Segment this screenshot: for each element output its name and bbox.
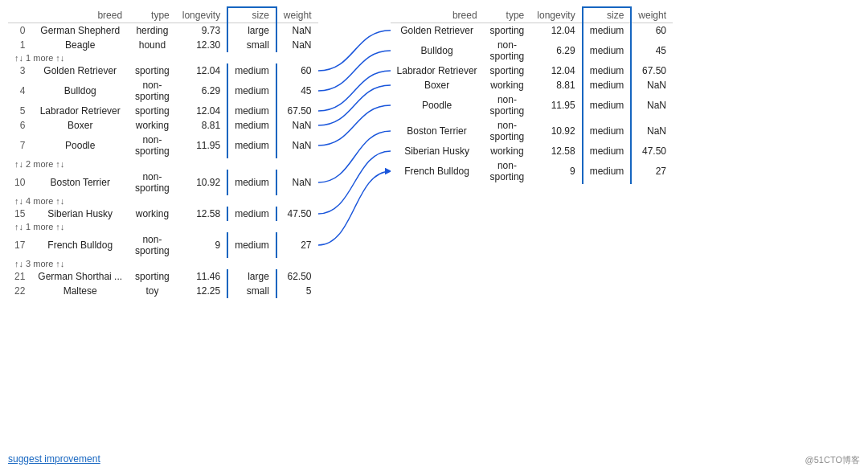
right-type-cell: non-sporting: [484, 118, 531, 144]
breed-cell: Siberian Husky: [31, 207, 129, 221]
size-cell: medium: [227, 118, 276, 133]
right-table: breed type longevity size weight Golden …: [391, 6, 674, 184]
right-weight-cell: 67.50: [631, 63, 673, 78]
size-cell: medium: [227, 133, 276, 158]
right-size-cell: medium: [583, 63, 632, 78]
more-rows-indicator: ↑↓ 2 more ↑↓: [8, 158, 318, 170]
right-header-longevity: longevity: [530, 7, 582, 23]
weight-cell: 27: [276, 232, 318, 258]
right-size-cell: medium: [583, 38, 632, 63]
right-type-cell: non-sporting: [484, 92, 531, 118]
suggest-improvement-link[interactable]: suggest improvement: [8, 453, 100, 465]
right-header-type: type: [484, 7, 531, 23]
type-cell: non-sporting: [129, 170, 176, 195]
weight-cell: NaN: [276, 38, 318, 52]
left-header-breed: breed: [31, 7, 129, 23]
weight-cell: 5: [276, 284, 318, 298]
right-breed-cell: Labrador Retriever: [391, 63, 484, 78]
size-cell: medium: [227, 207, 276, 221]
right-header-weight: weight: [631, 7, 673, 23]
left-table-panel: breed type longevity size weight 0German…: [8, 6, 318, 426]
weight-cell: 45: [276, 78, 318, 104]
right-breed-cell: Poodle: [391, 92, 484, 118]
longevity-cell: 10.92: [176, 170, 227, 195]
right-weight-cell: 27: [631, 158, 673, 184]
size-cell: medium: [227, 104, 276, 118]
weight-cell: NaN: [276, 133, 318, 158]
breed-cell: Bulldog: [31, 78, 129, 104]
right-type-cell: non-sporting: [484, 38, 531, 63]
longevity-cell: 12.58: [176, 207, 227, 221]
right-breed-cell: Siberian Husky: [391, 144, 484, 158]
left-header-type: type: [129, 7, 176, 23]
row-index: 21: [8, 269, 31, 284]
row-index: 22: [8, 284, 31, 298]
row-index: 15: [8, 207, 31, 221]
size-cell: medium: [227, 63, 276, 78]
row-index: 3: [8, 63, 31, 78]
longevity-cell: 6.29: [176, 78, 227, 104]
breed-cell: French Bulldog: [31, 232, 129, 258]
right-weight-cell: 47.50: [631, 144, 673, 158]
right-longevity-cell: 12.04: [530, 23, 582, 39]
right-breed-cell: Bulldog: [391, 38, 484, 63]
weight-cell: 67.50: [276, 104, 318, 118]
breed-cell: Poodle: [31, 133, 129, 158]
row-index: 7: [8, 133, 31, 158]
breed-cell: Labrador Retriever: [31, 104, 129, 118]
breed-cell: Maltese: [31, 284, 129, 298]
right-type-cell: working: [484, 78, 531, 92]
size-cell: small: [227, 38, 276, 52]
type-cell: non-sporting: [129, 232, 176, 258]
row-index: 10: [8, 170, 31, 195]
right-breed-cell: Golden Retriever: [391, 23, 484, 39]
size-cell: large: [227, 269, 276, 284]
right-type-cell: sporting: [484, 23, 531, 39]
size-cell: medium: [227, 232, 276, 258]
right-breed-cell: French Bulldog: [391, 158, 484, 184]
type-cell: sporting: [129, 63, 176, 78]
breed-cell: Boxer: [31, 118, 129, 133]
right-longevity-cell: 6.29: [530, 38, 582, 63]
right-type-cell: working: [484, 144, 531, 158]
right-size-cell: medium: [583, 158, 632, 184]
longevity-cell: 8.81: [176, 118, 227, 133]
watermark: @51CTO博客: [805, 454, 860, 466]
weight-cell: 62.50: [276, 269, 318, 284]
row-index: 6: [8, 118, 31, 133]
arrows-svg: [318, 6, 391, 440]
main-container: breed type longevity size weight 0German…: [0, 0, 868, 450]
more-rows-indicator: ↑↓ 4 more ↑↓: [8, 195, 318, 207]
right-type-cell: non-sporting: [484, 158, 531, 184]
left-table: breed type longevity size weight 0German…: [8, 6, 318, 298]
right-longevity-cell: 12.58: [530, 144, 582, 158]
type-cell: non-sporting: [129, 133, 176, 158]
right-weight-cell: NaN: [631, 92, 673, 118]
type-cell: herding: [129, 23, 176, 39]
row-index: 1: [8, 38, 31, 52]
right-size-cell: medium: [583, 144, 632, 158]
right-longevity-cell: 9: [530, 158, 582, 184]
arrow-panel: [318, 6, 391, 440]
type-cell: working: [129, 118, 176, 133]
longevity-cell: 11.95: [176, 133, 227, 158]
left-header-idx: [8, 7, 31, 23]
size-cell: large: [227, 23, 276, 39]
row-index: 0: [8, 23, 31, 39]
row-index: 4: [8, 78, 31, 104]
longevity-cell: 12.04: [176, 104, 227, 118]
left-header-size: size: [227, 7, 276, 23]
weight-cell: 60: [276, 63, 318, 78]
right-size-cell: medium: [583, 118, 632, 144]
left-header-longevity: longevity: [176, 7, 227, 23]
right-longevity-cell: 12.04: [530, 63, 582, 78]
right-table-panel: breed type longevity size weight Golden …: [391, 6, 674, 426]
weight-cell: 47.50: [276, 207, 318, 221]
size-cell: medium: [227, 170, 276, 195]
breed-cell: Golden Retriever: [31, 63, 129, 78]
right-header-breed: breed: [391, 7, 484, 23]
size-cell: medium: [227, 78, 276, 104]
weight-cell: NaN: [276, 23, 318, 39]
weight-cell: NaN: [276, 170, 318, 195]
breed-cell: German Shorthai ...: [31, 269, 129, 284]
